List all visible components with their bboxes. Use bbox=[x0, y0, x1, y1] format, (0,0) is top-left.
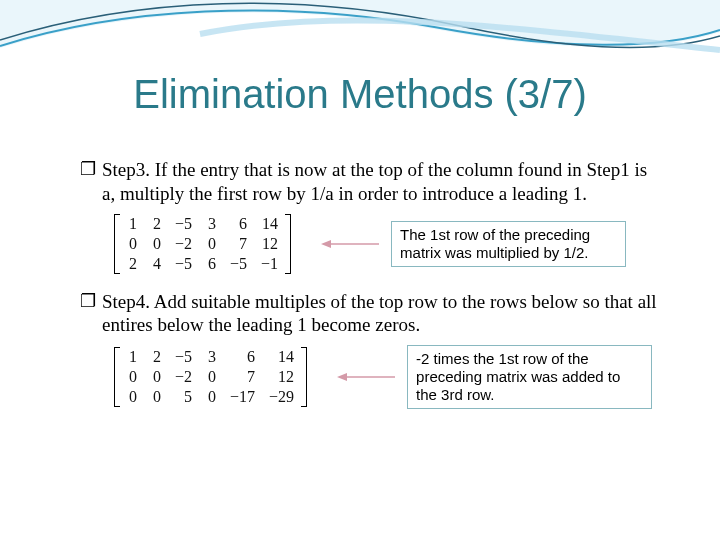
matrix-row-1: 12−53614 00−20712 24−56−5−1 The 1st row … bbox=[114, 214, 660, 274]
arrow-left-icon bbox=[321, 238, 381, 250]
content-area: ❐ Step3. If the entry that is now at the… bbox=[80, 158, 660, 425]
page-title: Elimination Methods (3/7) bbox=[0, 72, 720, 117]
matrix-row-2: 12−53614 00−20712 0050−17−29 -2 times th… bbox=[114, 345, 660, 409]
decorative-swoosh bbox=[0, 0, 720, 80]
bullet-text-step3: Step3. If the entry that is now at the t… bbox=[102, 158, 660, 206]
slide: Elimination Methods (3/7) ❐ Step3. If th… bbox=[0, 0, 720, 540]
bullet-step3: ❐ Step3. If the entry that is now at the… bbox=[80, 158, 660, 206]
bullet-icon: ❐ bbox=[80, 290, 96, 338]
matrix-2: 12−53614 00−20712 0050−17−29 bbox=[114, 347, 307, 407]
matrix-1: 12−53614 00−20712 24−56−5−1 bbox=[114, 214, 291, 274]
bullet-step4: ❐ Step4. Add suitable multiples of the t… bbox=[80, 290, 660, 338]
bullet-text-step4: Step4. Add suitable multiples of the top… bbox=[102, 290, 660, 338]
arrow-left-icon bbox=[337, 371, 397, 383]
bullet-icon: ❐ bbox=[80, 158, 96, 206]
svg-marker-3 bbox=[337, 373, 347, 381]
note-2: -2 times the 1st row of the preceding ma… bbox=[407, 345, 652, 409]
svg-marker-1 bbox=[321, 240, 331, 248]
note-1: The 1st row of the preceding matrix was … bbox=[391, 221, 626, 267]
